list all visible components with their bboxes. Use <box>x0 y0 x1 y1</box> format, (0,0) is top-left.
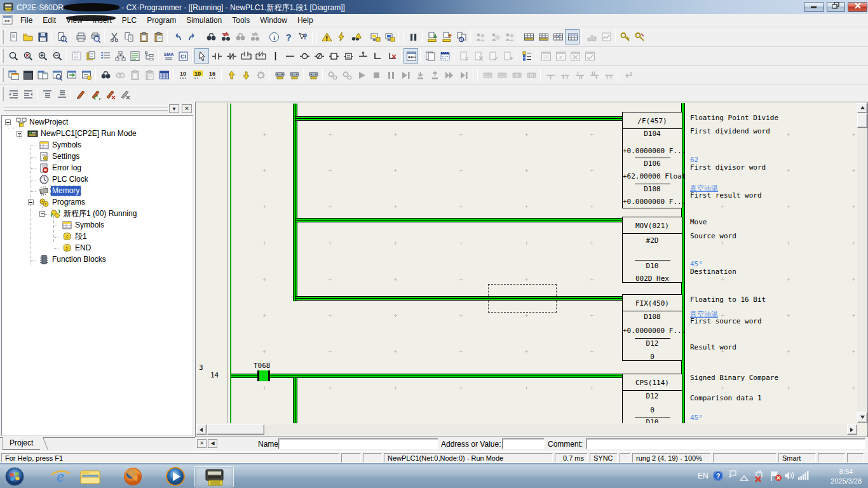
menu-plc[interactable]: PLC <box>117 14 142 27</box>
tree-view-icon[interactable] <box>142 48 156 64</box>
io-comment-4-icon[interactable] <box>524 67 538 83</box>
mnemonic-view-icon[interactable] <box>127 48 142 64</box>
dock-gripper-2[interactable] <box>4 109 168 111</box>
clip-gray-1-icon[interactable] <box>127 67 142 83</box>
monitor-dec-signed-icon[interactable]: 10 <box>190 67 205 83</box>
align-bottom-icon[interactable] <box>54 86 69 102</box>
toolbar-gripper[interactable] <box>1 30 4 44</box>
transfer-from-plc-icon[interactable] <box>439 29 454 44</box>
marker-4-icon[interactable] <box>117 86 132 102</box>
select-mode-icon[interactable] <box>194 48 209 64</box>
new-contact-closed-icon[interactable] <box>224 48 238 64</box>
about-icon[interactable]: i <box>266 29 281 44</box>
taskbar-mediaplayer-icon[interactable] <box>164 466 187 487</box>
tray-language[interactable]: EN <box>698 471 709 480</box>
align-top-icon[interactable] <box>39 86 54 102</box>
start-button[interactable] <box>4 466 25 487</box>
close-button[interactable] <box>848 2 867 12</box>
sim-step-in-icon[interactable] <box>412 67 427 83</box>
tree-item-label[interactable]: Symbols <box>51 140 83 150</box>
find-next-icon[interactable] <box>233 29 247 44</box>
sim-to-end-icon[interactable] <box>456 67 471 83</box>
window-dark-icon[interactable] <box>20 67 35 83</box>
contact-t068[interactable] <box>257 370 270 381</box>
io-table-icon[interactable] <box>156 67 171 83</box>
fieldbar-prev-button[interactable]: ◀ <box>208 439 217 448</box>
pause-sim-icon[interactable] <box>405 29 420 44</box>
find-prev-icon[interactable] <box>247 29 262 44</box>
monitor-dec-icon[interactable]: 10 <box>175 67 190 83</box>
scroll-left-button[interactable] <box>196 424 207 435</box>
tree-item-label[interactable]: END <box>74 243 92 253</box>
zoom-cut-icon[interactable] <box>20 48 35 64</box>
workspace-menu-button[interactable]: ▾ <box>169 104 179 113</box>
io-comment-3-icon[interactable] <box>509 67 524 83</box>
cut-icon[interactable] <box>107 29 121 44</box>
sim-pause-icon[interactable] <box>383 67 398 83</box>
tray-clock[interactable]: 8:542025/3/28 <box>831 467 862 486</box>
menu-file[interactable]: File <box>15 14 37 27</box>
copy-rung-icon[interactable] <box>423 48 437 64</box>
tree-item-label[interactable]: Function Blocks <box>51 255 107 264</box>
plc-pair-3-icon[interactable] <box>306 67 320 83</box>
work-online-sim-icon[interactable] <box>382 29 397 44</box>
vertical-line-icon[interactable] <box>268 48 282 64</box>
window-pair-icon[interactable] <box>35 67 50 83</box>
sim-ff-icon[interactable] <box>442 67 456 83</box>
io-comment-1-icon[interactable] <box>480 67 494 83</box>
junction-4-icon[interactable] <box>587 67 601 83</box>
new-coil-closed-icon[interactable] <box>311 48 326 64</box>
ladder-canvas[interactable]: T068/F(457)D104+0.0000000 F...D106+62.00… <box>229 103 857 423</box>
minimize-button[interactable] <box>804 2 824 12</box>
tree-item-label[interactable]: Programs <box>51 198 86 207</box>
name-input[interactable] <box>278 438 438 449</box>
workspace-close-button[interactable]: ✕ <box>182 104 192 113</box>
watch-grid-2-icon[interactable] <box>536 29 550 44</box>
link-gray-icon[interactable] <box>112 67 127 83</box>
rung-wrap-icon[interactable] <box>437 48 452 64</box>
menu-window[interactable]: Window <box>255 14 292 27</box>
watch-grid-3-icon[interactable] <box>550 29 565 44</box>
menu-tools[interactable]: Tools <box>227 14 255 27</box>
transfer-to-plc-icon[interactable] <box>424 29 439 44</box>
sim-stopb-icon[interactable] <box>369 67 383 83</box>
project-tab[interactable]: Project <box>3 437 42 450</box>
instruction-block-mov021[interactable]: MOV(021)#2DD10002D Hex <box>622 217 682 283</box>
watch-grid-4-icon[interactable] <box>565 29 580 44</box>
new-pit-icon[interactable] <box>326 48 341 64</box>
network-view-icon[interactable] <box>112 48 127 64</box>
print-preview-icon[interactable] <box>88 29 102 44</box>
grid-toggle-icon[interactable] <box>69 48 83 64</box>
marker-1-icon[interactable] <box>73 86 88 102</box>
monitor-hex-icon[interactable]: 16 <box>205 67 219 83</box>
comment-input[interactable] <box>586 438 865 449</box>
marker-2-icon[interactable] <box>88 86 102 102</box>
address-reference-icon[interactable] <box>519 48 534 64</box>
scroll-down-button[interactable] <box>857 412 867 423</box>
taskbar-cx-programmer-icon[interactable] <box>205 468 225 488</box>
tray-layout-icon[interactable] <box>728 470 736 488</box>
copy-icon[interactable] <box>121 29 136 44</box>
undo-icon[interactable] <box>170 29 184 44</box>
junction-5-icon[interactable] <box>601 67 616 83</box>
junction-1-icon[interactable] <box>543 67 557 83</box>
scroll-up-button[interactable] <box>857 103 867 113</box>
tray-network-icon[interactable] <box>798 471 809 488</box>
horizontal-line-icon[interactable] <box>282 48 297 64</box>
find-replace-icon[interactable] <box>218 29 233 44</box>
tree-item-label[interactable]: Settings <box>51 152 81 161</box>
toolbar-gripper[interactable] <box>1 87 4 101</box>
taskbar-explorer-icon[interactable] <box>79 466 102 487</box>
force-cancel-icon[interactable] <box>253 67 268 83</box>
rung-list-icon[interactable] <box>98 48 112 64</box>
sim-step-icon[interactable] <box>398 67 412 83</box>
io-comment-2-icon[interactable] <box>494 67 509 83</box>
indent-right-icon[interactable] <box>20 86 35 102</box>
delete-line-icon[interactable] <box>384 48 399 64</box>
watch-win-4-icon[interactable] <box>582 48 597 64</box>
tray-help-icon[interactable]: ? <box>713 471 724 488</box>
paste-icon[interactable] <box>136 29 151 44</box>
release-password-icon[interactable] <box>632 29 647 44</box>
compile-icon[interactable] <box>319 29 334 44</box>
instruction-block-fix450[interactable]: FIX(450)D108+0.0000000 F...D120 <box>622 294 682 361</box>
